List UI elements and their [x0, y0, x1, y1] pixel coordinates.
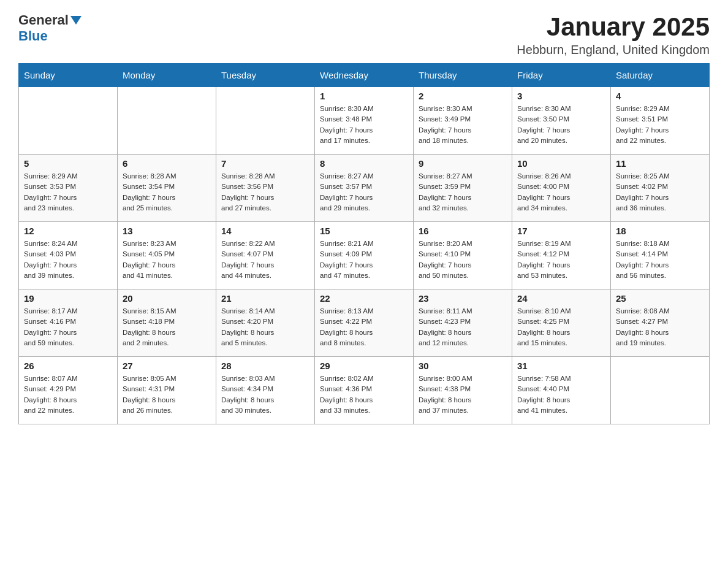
day-info: Sunrise: 8:11 AMSunset: 4:23 PMDaylight:… — [419, 306, 507, 348]
day-info: Sunrise: 8:30 AMSunset: 3:48 PMDaylight:… — [320, 104, 408, 146]
calendar-cell: 14Sunrise: 8:22 AMSunset: 4:07 PMDayligh… — [216, 222, 315, 289]
calendar-cell — [118, 87, 216, 155]
day-number: 1 — [320, 91, 408, 101]
calendar-cell: 10Sunrise: 8:26 AMSunset: 4:00 PMDayligh… — [512, 155, 611, 222]
calendar-cell: 9Sunrise: 8:27 AMSunset: 3:59 PMDaylight… — [414, 155, 512, 222]
day-number: 22 — [320, 293, 408, 304]
day-number: 26 — [24, 361, 112, 371]
col-monday: Monday — [118, 64, 216, 87]
day-number: 13 — [123, 226, 211, 236]
col-wednesday: Wednesday — [315, 64, 414, 87]
day-info: Sunrise: 8:17 AMSunset: 4:16 PMDaylight:… — [24, 306, 112, 348]
calendar-week-row: 26Sunrise: 8:07 AMSunset: 4:29 PMDayligh… — [19, 357, 710, 424]
calendar-cell: 15Sunrise: 8:21 AMSunset: 4:09 PMDayligh… — [315, 222, 414, 289]
day-number: 18 — [616, 226, 704, 236]
day-info: Sunrise: 8:00 AMSunset: 4:38 PMDaylight:… — [419, 373, 507, 416]
day-number: 6 — [123, 158, 211, 169]
calendar-cell — [19, 87, 118, 155]
logo-general: General — [18, 12, 69, 28]
calendar-week-row: 19Sunrise: 8:17 AMSunset: 4:16 PMDayligh… — [19, 289, 710, 357]
day-number: 20 — [123, 293, 211, 304]
calendar-cell: 12Sunrise: 8:24 AMSunset: 4:03 PMDayligh… — [19, 222, 118, 289]
day-info: Sunrise: 8:22 AMSunset: 4:07 PMDaylight:… — [221, 239, 309, 281]
calendar-cell: 5Sunrise: 8:29 AMSunset: 3:53 PMDaylight… — [19, 155, 118, 222]
title-block: January 2025 Hebburn, England, United Ki… — [517, 12, 710, 57]
calendar-cell: 25Sunrise: 8:08 AMSunset: 4:27 PMDayligh… — [611, 289, 710, 357]
page-header: General Blue January 2025 Hebburn, Engla… — [18, 12, 710, 57]
day-info: Sunrise: 8:23 AMSunset: 4:05 PMDaylight:… — [123, 239, 211, 281]
calendar-cell: 3Sunrise: 8:30 AMSunset: 3:50 PMDaylight… — [512, 87, 611, 155]
col-thursday: Thursday — [414, 64, 512, 87]
calendar-cell: 30Sunrise: 8:00 AMSunset: 4:38 PMDayligh… — [414, 357, 512, 424]
day-number: 17 — [517, 226, 605, 236]
day-info: Sunrise: 7:58 AMSunset: 4:40 PMDaylight:… — [517, 373, 605, 416]
day-info: Sunrise: 8:05 AMSunset: 4:31 PMDaylight:… — [123, 373, 211, 416]
day-info: Sunrise: 8:24 AMSunset: 4:03 PMDaylight:… — [24, 239, 112, 281]
day-info: Sunrise: 8:08 AMSunset: 4:27 PMDaylight:… — [616, 306, 704, 348]
calendar-cell: 22Sunrise: 8:13 AMSunset: 4:22 PMDayligh… — [315, 289, 414, 357]
day-number: 25 — [616, 293, 704, 304]
day-number: 12 — [24, 226, 112, 236]
day-number: 2 — [419, 91, 507, 101]
day-info: Sunrise: 8:19 AMSunset: 4:12 PMDaylight:… — [517, 239, 605, 281]
day-number: 30 — [419, 361, 507, 371]
day-number: 23 — [419, 293, 507, 304]
calendar-cell: 13Sunrise: 8:23 AMSunset: 4:05 PMDayligh… — [118, 222, 216, 289]
day-info: Sunrise: 8:07 AMSunset: 4:29 PMDaylight:… — [24, 373, 112, 416]
day-number: 31 — [517, 361, 605, 371]
day-info: Sunrise: 8:14 AMSunset: 4:20 PMDaylight:… — [221, 306, 309, 348]
col-friday: Friday — [512, 64, 611, 87]
calendar-cell: 23Sunrise: 8:11 AMSunset: 4:23 PMDayligh… — [414, 289, 512, 357]
calendar-week-row: 12Sunrise: 8:24 AMSunset: 4:03 PMDayligh… — [19, 222, 710, 289]
day-number: 24 — [517, 293, 605, 304]
page-title: January 2025 — [517, 12, 710, 42]
day-info: Sunrise: 8:30 AMSunset: 3:49 PMDaylight:… — [419, 104, 507, 146]
day-info: Sunrise: 8:30 AMSunset: 3:50 PMDaylight:… — [517, 104, 605, 146]
day-info: Sunrise: 8:28 AMSunset: 3:56 PMDaylight:… — [221, 171, 309, 213]
calendar-cell: 27Sunrise: 8:05 AMSunset: 4:31 PMDayligh… — [118, 357, 216, 424]
calendar-cell: 17Sunrise: 8:19 AMSunset: 4:12 PMDayligh… — [512, 222, 611, 289]
calendar-cell: 8Sunrise: 8:27 AMSunset: 3:57 PMDaylight… — [315, 155, 414, 222]
day-number: 11 — [616, 158, 704, 169]
day-info: Sunrise: 8:29 AMSunset: 3:53 PMDaylight:… — [24, 171, 112, 213]
day-info: Sunrise: 8:26 AMSunset: 4:00 PMDaylight:… — [517, 171, 605, 213]
day-info: Sunrise: 8:21 AMSunset: 4:09 PMDaylight:… — [320, 239, 408, 281]
day-number: 28 — [221, 361, 309, 371]
calendar-cell: 28Sunrise: 8:03 AMSunset: 4:34 PMDayligh… — [216, 357, 315, 424]
calendar-cell: 26Sunrise: 8:07 AMSunset: 4:29 PMDayligh… — [19, 357, 118, 424]
day-info: Sunrise: 8:15 AMSunset: 4:18 PMDaylight:… — [123, 306, 211, 348]
day-number: 4 — [616, 91, 704, 101]
calendar-cell: 18Sunrise: 8:18 AMSunset: 4:14 PMDayligh… — [611, 222, 710, 289]
calendar-table: Sunday Monday Tuesday Wednesday Thursday… — [18, 63, 710, 424]
day-number: 14 — [221, 226, 309, 236]
day-number: 5 — [24, 158, 112, 169]
calendar-cell: 20Sunrise: 8:15 AMSunset: 4:18 PMDayligh… — [118, 289, 216, 357]
day-info: Sunrise: 8:03 AMSunset: 4:34 PMDaylight:… — [221, 373, 309, 416]
calendar-cell: 7Sunrise: 8:28 AMSunset: 3:56 PMDaylight… — [216, 155, 315, 222]
calendar-cell: 16Sunrise: 8:20 AMSunset: 4:10 PMDayligh… — [414, 222, 512, 289]
calendar-cell: 31Sunrise: 7:58 AMSunset: 4:40 PMDayligh… — [512, 357, 611, 424]
col-saturday: Saturday — [611, 64, 710, 87]
day-number: 9 — [419, 158, 507, 169]
day-info: Sunrise: 8:27 AMSunset: 3:57 PMDaylight:… — [320, 171, 408, 213]
day-info: Sunrise: 8:27 AMSunset: 3:59 PMDaylight:… — [419, 171, 507, 213]
day-number: 19 — [24, 293, 112, 304]
calendar-cell: 11Sunrise: 8:25 AMSunset: 4:02 PMDayligh… — [611, 155, 710, 222]
day-info: Sunrise: 8:20 AMSunset: 4:10 PMDaylight:… — [419, 239, 507, 281]
day-info: Sunrise: 8:10 AMSunset: 4:25 PMDaylight:… — [517, 306, 605, 348]
day-number: 27 — [123, 361, 211, 371]
calendar-week-row: 5Sunrise: 8:29 AMSunset: 3:53 PMDaylight… — [19, 155, 710, 222]
day-number: 15 — [320, 226, 408, 236]
logo: General Blue — [18, 12, 82, 44]
calendar-cell — [216, 87, 315, 155]
calendar-cell — [611, 357, 710, 424]
calendar-cell: 1Sunrise: 8:30 AMSunset: 3:48 PMDaylight… — [315, 87, 414, 155]
page-subtitle: Hebburn, England, United Kingdom — [517, 43, 710, 57]
calendar-cell: 6Sunrise: 8:28 AMSunset: 3:54 PMDaylight… — [118, 155, 216, 222]
calendar-cell: 29Sunrise: 8:02 AMSunset: 4:36 PMDayligh… — [315, 357, 414, 424]
day-number: 21 — [221, 293, 309, 304]
calendar-cell: 2Sunrise: 8:30 AMSunset: 3:49 PMDaylight… — [414, 87, 512, 155]
day-info: Sunrise: 8:02 AMSunset: 4:36 PMDaylight:… — [320, 373, 408, 416]
col-sunday: Sunday — [19, 64, 118, 87]
logo-triangle-icon — [70, 16, 82, 25]
